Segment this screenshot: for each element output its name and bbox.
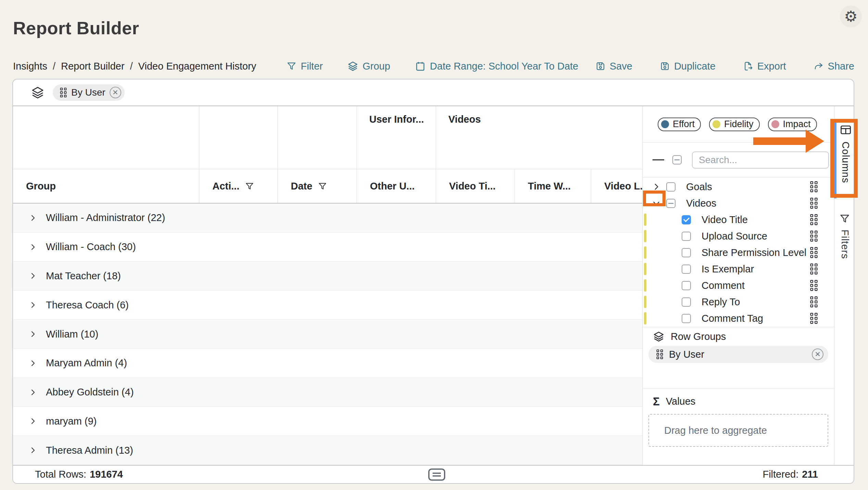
tree-item[interactable]: Goals [643,179,834,195]
report-card: By User ✕ User Infor... Videos Group Act… [12,79,854,484]
duplicate-button[interactable]: Duplicate [660,61,716,72]
column-header[interactable]: Video Ti... [436,169,514,203]
column-header[interactable]: Group [13,169,199,203]
tree-item[interactable]: Reply To [643,294,834,310]
table-row[interactable]: Maryam Admin (4) [13,349,642,378]
table-row[interactable]: Theresa Coach (6) [13,291,642,320]
row-group-by-user-chip[interactable]: By User ✕ [648,346,828,363]
drag-grid-icon[interactable] [810,313,818,324]
tree-item-checkbox[interactable] [682,215,691,224]
tree-item-checkbox[interactable] [682,248,691,257]
category-pill[interactable]: Impact [768,118,817,131]
date-range-button[interactable]: Date Range: School Year To Date [415,61,578,72]
tree-item-label: Share Permission Level [702,247,806,258]
tab-filters[interactable]: Filters [834,213,854,258]
drag-grid-icon[interactable] [810,181,818,193]
search-input[interactable] [692,151,829,169]
column-header-label: Acti... [212,181,239,192]
columns-icon [840,124,852,136]
tree-item[interactable]: Comment Tag [643,310,834,327]
values-drop-zone[interactable]: Drag here to aggregate [648,414,828,447]
tree-item-checkbox[interactable] [682,297,691,307]
save-button[interactable]: Save [595,61,632,72]
category-color-bar [644,246,646,259]
table-row[interactable]: maryam (9) [13,407,642,436]
chevron-right-icon[interactable] [29,388,37,396]
drag-grid-icon[interactable] [810,280,818,291]
filter-button[interactable]: Filter [286,61,323,72]
table-row[interactable]: William - Administrator (22) [13,204,642,233]
category-color-bar [644,296,646,308]
chevron-right-icon[interactable] [29,446,37,454]
drop-zone-hint: Drag here to aggregate [664,425,767,436]
expand-chevron-icon[interactable] [652,182,661,191]
category-pill[interactable]: Effort [658,118,701,131]
drag-grid-icon[interactable] [810,247,818,258]
row-group-label: William (10) [46,329,98,340]
pagination-toggle-button[interactable] [428,468,446,481]
group-header-cell [277,106,357,169]
drag-grid-icon[interactable] [810,214,818,225]
tree-item[interactable]: Is Exemplar [643,261,834,277]
tree-item[interactable]: Comment [643,277,834,294]
tree-item[interactable]: Videos [643,195,834,211]
gear-icon: ⚙ [844,9,857,24]
column-header[interactable]: Time W... [514,169,591,203]
tree-item-checkbox[interactable] [666,182,675,192]
tree-item-checkbox[interactable] [682,314,691,323]
remove-row-group-button[interactable]: ✕ [812,348,823,360]
chevron-right-icon[interactable] [29,243,37,251]
tree-item-checkbox[interactable] [682,265,691,274]
group-button[interactable]: Group [347,61,390,72]
column-header[interactable]: Other U... [357,169,436,203]
page-title: Report Builder [13,18,139,38]
category-pill[interactable]: Fidelity [709,118,760,131]
remove-chip-button[interactable]: ✕ [110,87,121,98]
column-header-label: Date [291,181,312,192]
row-group-label: Theresa Coach (6) [46,299,129,311]
share-button[interactable]: Share [814,61,854,72]
tree-item[interactable]: Share Permission Level [643,244,834,261]
tree-item-label: Goals [686,181,712,193]
funnel-icon[interactable] [245,182,254,191]
chevron-right-icon[interactable] [29,214,37,222]
table-row[interactable]: Mat Teacher (18) [13,262,642,291]
drag-grid-icon[interactable] [810,296,818,308]
table-row[interactable]: William - Coach (30) [13,233,642,262]
tree-item[interactable]: Video Title [643,211,834,228]
breadcrumb-report-builder[interactable]: Report Builder [61,61,124,72]
funnel-icon[interactable] [318,182,327,191]
table-row[interactable]: Abbey Goldstein (4) [13,378,642,407]
breadcrumb-insights[interactable]: Insights [13,61,47,72]
settings-button[interactable]: ⚙ [840,5,862,27]
layers-icon [347,61,358,72]
category-pills: Effort Fidelity Impact [643,106,834,143]
tree-item[interactable]: Upload Source [643,228,834,244]
drag-grid-icon[interactable] [810,230,818,242]
export-button[interactable]: Export [743,61,786,72]
chevron-right-icon[interactable] [29,330,37,338]
chevron-right-icon[interactable] [29,417,37,425]
tree-item-checkbox[interactable] [666,199,675,208]
table-row[interactable]: Theresa Admin (13) [13,436,642,465]
tab-columns[interactable]: Columns [834,120,855,198]
tree-item-checkbox[interactable] [682,232,691,241]
tree-item-checkbox[interactable] [682,281,691,290]
drag-grid-icon[interactable] [810,263,818,275]
file-toolbar: Save Duplicate Export Share [595,56,854,76]
side-tab-strip: Columns Filters [834,106,854,465]
drag-grid-icon[interactable] [810,197,818,209]
row-groups-section: Row Groups By User ✕ [643,327,834,389]
column-header[interactable]: Video L... [591,169,642,203]
funnel-icon [286,61,297,71]
chevron-right-icon[interactable] [29,359,37,367]
column-header[interactable]: Date [277,169,357,203]
table-row[interactable]: William (10) [13,320,642,349]
column-header[interactable]: Acti... [199,169,277,203]
expand-chevron-icon[interactable] [652,199,661,208]
by-user-chip[interactable]: By User ✕ [53,84,125,101]
chevron-right-icon[interactable] [29,301,37,309]
chevron-right-icon[interactable] [29,272,37,280]
tree-item-label: Comment [702,280,745,291]
collapse-all-checkbox[interactable] [672,155,682,164]
